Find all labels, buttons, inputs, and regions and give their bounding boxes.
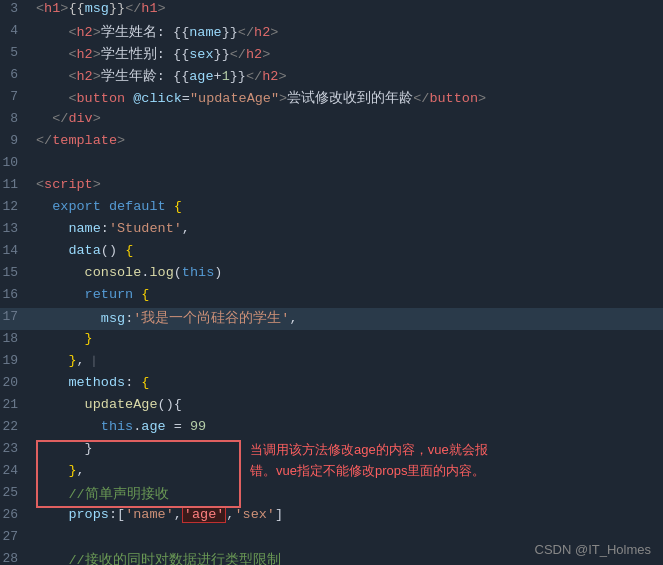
code-line-26: 26 props:['name','age','sex'] — [0, 506, 663, 528]
line-content-12: export default { — [32, 199, 663, 214]
code-line-19: 19 }, │ — [0, 352, 663, 374]
code-line-17: 17 msg:'我是一个尚硅谷的学生', — [0, 308, 663, 330]
code-line-18: 18 } — [0, 330, 663, 352]
line-content-11: <script> — [32, 177, 663, 192]
line-num-10: 10 — [0, 155, 32, 170]
line-content-5: <h2>学生性别: {{sex}}</h2> — [32, 45, 663, 63]
line-num-25: 25 — [0, 485, 32, 500]
line-num-6: 6 — [0, 67, 32, 82]
code-line-13: 13 name:'Student', — [0, 220, 663, 242]
line-content-20: methods: { — [32, 375, 663, 390]
line-content-8: </div> — [32, 111, 663, 126]
line-content-7: <button @click="updateAge">尝试修改收到的年龄</bu… — [32, 89, 663, 107]
line-num-11: 11 — [0, 177, 32, 192]
line-content-21: updateAge(){ — [32, 397, 663, 412]
code-line-25: 25 //简单声明接收 — [0, 484, 663, 506]
line-num-22: 22 — [0, 419, 32, 434]
code-line-9: 9 </template> — [0, 132, 663, 154]
line-content-19: }, │ — [32, 353, 663, 368]
line-content-13: name:'Student', — [32, 221, 663, 236]
annotation-text: 当调用该方法修改age的内容，vue就会报 错。vue指定不能修改props里面… — [250, 440, 488, 482]
line-num-21: 21 — [0, 397, 32, 412]
line-num-12: 12 — [0, 199, 32, 214]
line-content-14: data() { — [32, 243, 663, 258]
code-line-5: 5 <h2>学生性别: {{sex}}</h2> — [0, 44, 663, 66]
line-content-17: msg:'我是一个尚硅谷的学生', — [32, 309, 663, 327]
line-content-22: this.age = 99 — [32, 419, 663, 434]
code-line-21: 21 updateAge(){ — [0, 396, 663, 418]
line-content-16: return { — [32, 287, 663, 302]
code-line-22: 22 this.age = 99 — [0, 418, 663, 440]
line-num-4: 4 — [0, 23, 32, 38]
line-content-15: console.log(this) — [32, 265, 663, 280]
line-num-28: 28 — [0, 551, 32, 565]
code-line-8: 8 </div> — [0, 110, 663, 132]
line-num-24: 24 — [0, 463, 32, 478]
line-num-26: 26 — [0, 507, 32, 522]
code-editor: 3 <h1>{{msg}}</h1> 4 <h2>学生姓名: {{name}}<… — [0, 0, 663, 565]
code-line-4: 4 <h2>学生姓名: {{name}}</h2> — [0, 22, 663, 44]
code-line-15: 15 console.log(this) — [0, 264, 663, 286]
line-num-13: 13 — [0, 221, 32, 236]
annotation-line1: 当调用该方法修改age的内容，vue就会报 — [250, 442, 488, 457]
line-num-9: 9 — [0, 133, 32, 148]
line-num-16: 16 — [0, 287, 32, 302]
csdn-watermark: CSDN @IT_Holmes — [535, 542, 652, 557]
code-line-3: 3 <h1>{{msg}}</h1> — [0, 0, 663, 22]
annotation-line2: 错。vue指定不能修改props里面的内容。 — [250, 463, 485, 478]
code-line-10: 10 — [0, 154, 663, 176]
line-num-5: 5 — [0, 45, 32, 60]
line-num-19: 19 — [0, 353, 32, 368]
line-content-4: <h2>学生姓名: {{name}}</h2> — [32, 23, 663, 41]
line-content-3: <h1>{{msg}}</h1> — [32, 1, 663, 16]
line-content-26: props:['name','age','sex'] — [32, 507, 663, 522]
line-content-6: <h2>学生年龄: {{age+1}}</h2> — [32, 67, 663, 85]
line-num-7: 7 — [0, 89, 32, 104]
line-num-18: 18 — [0, 331, 32, 346]
line-num-20: 20 — [0, 375, 32, 390]
line-num-15: 15 — [0, 265, 32, 280]
line-num-14: 14 — [0, 243, 32, 258]
line-num-8: 8 — [0, 111, 32, 126]
code-line-7: 7 <button @click="updateAge">尝试修改收到的年龄</… — [0, 88, 663, 110]
line-num-3: 3 — [0, 1, 32, 16]
line-num-17: 17 — [0, 309, 32, 324]
line-content-18: } — [32, 331, 663, 346]
code-line-12: 12 export default { — [0, 198, 663, 220]
line-num-27: 27 — [0, 529, 32, 544]
code-line-6: 6 <h2>学生年龄: {{age+1}}</h2> — [0, 66, 663, 88]
line-content-9: </template> — [32, 133, 663, 148]
code-line-20: 20 methods: { — [0, 374, 663, 396]
line-num-23: 23 — [0, 441, 32, 456]
code-line-16: 16 return { — [0, 286, 663, 308]
line-content-25: //简单声明接收 — [32, 485, 663, 503]
code-line-11: 11 <script> — [0, 176, 663, 198]
code-line-14: 14 data() { — [0, 242, 663, 264]
